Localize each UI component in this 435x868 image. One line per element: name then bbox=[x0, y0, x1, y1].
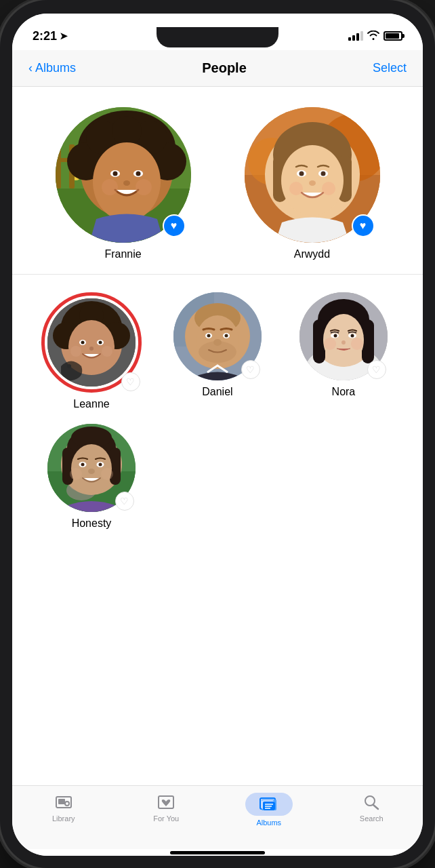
signal-bars bbox=[348, 31, 363, 41]
person-honesty-avatar-wrap: ♡ bbox=[47, 424, 136, 512]
people-content: ♥ Frannie bbox=[12, 87, 423, 785]
svg-point-52 bbox=[70, 346, 81, 357]
svg-point-20 bbox=[102, 179, 118, 195]
arwydd-heart-icon: ♥ bbox=[360, 220, 367, 232]
svg-point-19 bbox=[123, 180, 130, 186]
page-title: People bbox=[202, 60, 247, 76]
svg-point-13 bbox=[112, 116, 142, 146]
albums-tab-label: Albums bbox=[256, 818, 281, 827]
navigation-bar: ‹ Albums People Select bbox=[12, 50, 423, 87]
tab-for-you[interactable]: For You bbox=[115, 793, 218, 823]
svg-point-75 bbox=[333, 334, 337, 338]
home-bar bbox=[170, 851, 265, 854]
svg-point-53 bbox=[102, 346, 112, 357]
people-grid-small: ♡ Leanne bbox=[28, 275, 407, 547]
svg-point-32 bbox=[299, 172, 304, 176]
svg-point-77 bbox=[350, 334, 354, 338]
nora-heart-icon: ♡ bbox=[372, 364, 381, 375]
back-label[interactable]: Albums bbox=[35, 61, 76, 75]
leanne-heart-icon: ♡ bbox=[126, 376, 135, 387]
tab-albums[interactable]: Albums bbox=[218, 793, 320, 827]
honesty-name: Honesty bbox=[72, 517, 112, 530]
person-nora[interactable]: ♡ Nora bbox=[281, 285, 407, 417]
svg-point-49 bbox=[98, 341, 102, 344]
svg-point-35 bbox=[309, 180, 316, 186]
svg-point-94 bbox=[98, 463, 102, 467]
svg-point-95 bbox=[88, 469, 95, 474]
status-time: 2:21 ➤ bbox=[33, 29, 68, 43]
svg-rect-4 bbox=[56, 148, 61, 189]
person-leanne[interactable]: ♡ Leanne bbox=[28, 285, 154, 417]
svg-point-62 bbox=[224, 334, 228, 338]
location-icon: ➤ bbox=[60, 31, 68, 41]
person-honesty[interactable]: ♡ Honesty bbox=[28, 417, 154, 536]
svg-point-47 bbox=[81, 341, 84, 344]
library-icon bbox=[54, 793, 73, 812]
svg-point-60 bbox=[207, 334, 210, 338]
tab-search[interactable]: Search bbox=[320, 793, 423, 823]
frannie-name: Frannie bbox=[104, 248, 141, 260]
daniel-name: Daniel bbox=[202, 386, 232, 398]
tab-library[interactable]: Library bbox=[12, 793, 115, 823]
albums-icon-bg bbox=[245, 793, 293, 816]
battery-icon bbox=[384, 31, 402, 41]
person-frannie[interactable]: ♥ Frannie bbox=[56, 107, 191, 260]
notch bbox=[157, 27, 278, 47]
select-button[interactable]: Select bbox=[373, 61, 407, 75]
person-leanne-avatar-wrap: ♡ bbox=[41, 292, 142, 393]
svg-point-36 bbox=[289, 182, 303, 195]
svg-point-34 bbox=[320, 172, 325, 176]
svg-rect-99 bbox=[58, 799, 65, 804]
signal-bar-3 bbox=[356, 33, 359, 41]
frannie-favorite-badge[interactable]: ♥ bbox=[163, 214, 186, 237]
person-daniel-avatar-wrap: ♡ bbox=[173, 292, 262, 380]
honesty-heart-icon: ♡ bbox=[120, 496, 129, 507]
status-icons bbox=[348, 31, 402, 42]
svg-point-50 bbox=[89, 347, 94, 351]
leanne-name: Leanne bbox=[73, 398, 109, 410]
svg-point-96 bbox=[70, 468, 82, 480]
people-grid-large: ♥ Frannie bbox=[28, 100, 407, 274]
person-arwydd[interactable]: ♥ Arwydd bbox=[245, 107, 380, 260]
time-display: 2:21 bbox=[33, 29, 57, 43]
home-indicator bbox=[12, 849, 423, 856]
person-nora-avatar-wrap: ♡ bbox=[299, 292, 388, 380]
svg-point-97 bbox=[101, 468, 113, 480]
person-daniel[interactable]: ♡ Daniel bbox=[154, 285, 281, 417]
svg-point-78 bbox=[341, 340, 346, 344]
nora-name: Nora bbox=[332, 386, 356, 398]
nora-favorite-badge[interactable]: ♡ bbox=[367, 360, 386, 379]
daniel-favorite-badge[interactable]: ♡ bbox=[241, 360, 260, 379]
signal-bar-1 bbox=[348, 37, 351, 41]
battery-fill bbox=[386, 33, 399, 39]
honesty-favorite-badge[interactable]: ♡ bbox=[115, 492, 134, 511]
frannie-heart-icon: ♥ bbox=[171, 220, 178, 232]
search-tab-label: Search bbox=[360, 814, 384, 823]
svg-point-21 bbox=[136, 179, 152, 195]
screen-layout: 2:21 ➤ bbox=[12, 14, 423, 856]
leanne-favorite-badge[interactable]: ♡ bbox=[121, 372, 140, 391]
back-button[interactable]: ‹ Albums bbox=[28, 61, 76, 75]
wifi-icon bbox=[367, 31, 379, 42]
person-frannie-avatar-wrap: ♥ bbox=[56, 107, 191, 243]
person-leanne-avatar bbox=[47, 298, 136, 387]
signal-bar-2 bbox=[352, 35, 355, 41]
svg-point-37 bbox=[322, 182, 335, 195]
arwydd-name: Arwydd bbox=[294, 248, 330, 260]
arwydd-favorite-badge[interactable]: ♥ bbox=[352, 214, 375, 237]
tab-bar: Library For You bbox=[12, 785, 423, 849]
signal-bar-4 bbox=[360, 31, 363, 41]
back-chevron-icon: ‹ bbox=[28, 61, 33, 75]
svg-point-51 bbox=[67, 364, 71, 368]
daniel-heart-icon: ♡ bbox=[246, 364, 255, 375]
svg-line-113 bbox=[373, 805, 378, 809]
person-arwydd-avatar-wrap: ♥ bbox=[245, 107, 380, 243]
for-you-icon bbox=[157, 793, 175, 812]
phone-screen: 2:21 ➤ bbox=[12, 14, 423, 856]
svg-point-80 bbox=[351, 338, 363, 350]
svg-point-18 bbox=[136, 172, 140, 176]
svg-point-79 bbox=[324, 338, 336, 350]
svg-point-100 bbox=[65, 802, 69, 806]
search-icon bbox=[362, 793, 381, 812]
svg-point-92 bbox=[81, 463, 84, 467]
